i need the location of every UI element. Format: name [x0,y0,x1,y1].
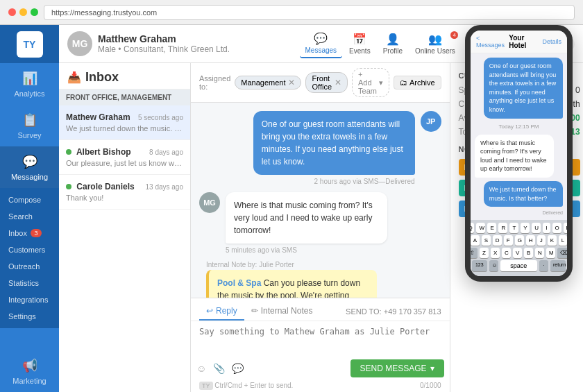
profile-nav-icon: 👤 [386,33,400,46]
key-j[interactable]: J [537,235,546,246]
message-3-note: Internal Note by: Julie Porter Pool & Sp… [199,261,441,298]
sidebar-sub-compose[interactable]: Compose [0,191,59,208]
notes-icon: ✏ [251,306,258,316]
maximize-dot[interactable] [31,8,38,16]
conv-item-albert[interactable]: Albert Bishop 8 days ago Our pleasure, j… [59,140,190,175]
key-q[interactable]: Q [465,223,474,233]
reply-tab-reply[interactable]: ↩ Reply [199,302,244,321]
sidebar-sub-settings[interactable]: Settings [0,308,59,325]
key-r[interactable]: R [498,223,507,233]
key-o[interactable]: O [552,223,561,233]
url-bar[interactable]: https://messaging.trustyou.com [44,5,575,20]
note-label-3: Internal Note by: Julie Porter [206,261,434,269]
key-z[interactable]: Z [480,248,489,258]
conv-preview-matthew: We just turned down the music. Is that b… [66,124,183,133]
sidebar-sub-outreach[interactable]: Outreach [0,258,59,275]
message-toolbar: Assigned to: Management ✕ Front Office ✕… [191,63,450,103]
conv-status-carole [66,184,71,189]
key-t[interactable]: T [509,223,518,233]
sidebar-item-analytics[interactable]: 📊 Analytics [0,63,59,105]
key-space[interactable]: space [500,260,537,271]
key-u[interactable]: U [532,223,541,233]
phone-back[interactable]: < Messages [476,35,509,49]
template-icon[interactable]: 💬 [232,363,244,374]
conv-status-albert [66,149,71,155]
conv-item-carole[interactable]: Carole Daniels 13 days ago Thank you! [59,175,190,210]
reply-icons: ☺ 📎 💬 [196,363,244,374]
key-period[interactable]: · [539,260,548,271]
sidebar: TY 📊 Analytics 📋 Survey 💬 Messaging Comp… [0,25,59,392]
key-emoji[interactable]: ☺ [489,260,498,271]
sidebar-item-messaging[interactable]: 💬 Messaging [0,146,59,188]
key-c[interactable]: C [502,248,511,258]
nav-events-btn[interactable]: 📅 Events [344,30,376,58]
sidebar-sub-search[interactable]: Search [0,208,59,225]
inbox-title-text: Inbox [85,70,119,85]
key-s[interactable]: S [482,235,491,246]
key-v[interactable]: V [513,248,522,258]
key-x[interactable]: X [491,248,500,258]
key-p[interactable]: P [564,223,573,233]
tag-management[interactable]: Management ✕ [235,76,301,90]
analytics-icon: 📊 [22,70,38,87]
msg-bubble-3: Pool & Spa Can you please turn down the … [206,270,377,298]
inbox-badge: 3 [31,229,42,237]
reply-input-wrap [191,321,450,357]
remove-frontoffice-tag[interactable]: ✕ [335,78,341,87]
key-123[interactable]: 123 [472,260,487,271]
emoji-icon[interactable]: ☺ [196,363,206,374]
online-users-badge: 4 [450,31,457,39]
key-return[interactable]: return [550,260,566,271]
sidebar-sub-statistics[interactable]: Statistics [0,275,59,291]
sidebar-item-marketing[interactable]: 📢 Marketing [0,350,59,392]
phone-time: Today 12:15 PM [475,123,563,130]
attach-icon[interactable]: 📎 [213,363,225,374]
key-n[interactable]: N [535,248,544,258]
key-i[interactable]: I [543,223,550,233]
sidebar-sub-customers[interactable]: Customers [0,241,59,258]
key-m[interactable]: M [546,248,555,258]
sidebar-sub-inbox[interactable]: Inbox 3 [0,225,59,241]
sidebar-sub-integrations[interactable]: Integrations [0,291,59,308]
key-shift[interactable]: ⇧ [467,248,478,258]
key-h[interactable]: H [526,235,535,246]
remove-management-tag[interactable]: ✕ [288,78,295,87]
key-b[interactable]: B [524,248,533,258]
online-users-nav-icon: 👥 [428,33,442,46]
reply-tab-notes[interactable]: ✏ Internal Notes [244,302,320,321]
key-y[interactable]: Y [521,223,530,233]
archive-button[interactable]: 🗂 Archive [394,76,441,90]
reply-input[interactable] [199,327,441,351]
hint-label: TY [199,382,213,390]
reply-tabs: ↩ Reply ✏ Internal Notes SEND TO: +49 17… [191,298,450,321]
nav-messages-btn[interactable]: 💬 Messages [300,29,343,58]
key-f[interactable]: F [504,235,513,246]
add-team-button[interactable]: + Add Team ▾ [352,68,389,97]
conv-header-matthew: Mathew Graham 5 seconds ago [66,112,183,122]
char-count: 0/1000 [420,382,441,389]
minimize-dot[interactable] [19,8,27,16]
phone-detail[interactable]: Details [542,38,561,45]
message-1: JP One of our guest room attendants will… [199,111,441,185]
messages-scroll[interactable]: JP One of our guest room attendants will… [191,103,450,298]
conv-item-matthew[interactable]: Mathew Graham 5 seconds ago We just turn… [59,105,190,140]
browser-dots [8,8,38,16]
send-button[interactable]: SEND MESSAGE ▾ [350,359,444,377]
nav-profile-btn[interactable]: 👤 Profile [378,30,408,58]
reply-hint: TY Ctrl/Cmd + Enter to send. 0/1000 [191,380,450,392]
messaging-icon: 💬 [22,153,38,170]
tag-front-office[interactable]: Front Office ✕ [305,72,348,93]
nav-online-users-btn[interactable]: 4 👥 Online Users [409,30,461,58]
key-w[interactable]: W [476,223,485,233]
msg-meta-1: 2 hours ago via SMS—Delivered [314,178,415,185]
close-dot[interactable] [8,8,16,16]
key-e[interactable]: E [487,223,496,233]
key-delete[interactable]: ⌫ [557,248,571,258]
key-k[interactable]: K [548,235,557,246]
phone-keyboard: Q W E R T Y U I O P A S D F G H J K L ⇧ … [471,220,567,276]
sidebar-item-survey[interactable]: 📋 Survey [0,105,59,146]
key-g[interactable]: G [515,235,524,246]
key-a[interactable]: A [471,235,480,246]
key-l[interactable]: L [559,235,567,246]
key-d[interactable]: D [493,235,502,246]
